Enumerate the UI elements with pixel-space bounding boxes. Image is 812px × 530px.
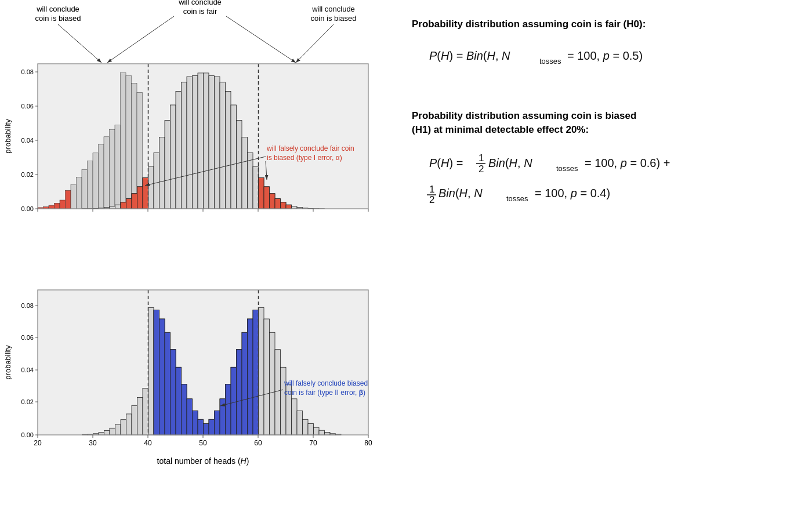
svg-text:P(H) =: P(H) = (429, 157, 463, 169)
svg-rect-85 (281, 202, 287, 209)
svg-text:0.04: 0.04 (21, 366, 34, 373)
svg-rect-114 (148, 308, 154, 435)
svg-text:0.08: 0.08 (21, 68, 34, 75)
svg-rect-162 (226, 384, 231, 435)
svg-rect-134 (259, 308, 264, 435)
svg-rect-142 (303, 419, 309, 435)
svg-rect-84 (275, 199, 281, 209)
svg-rect-145 (319, 430, 325, 435)
svg-text:0.00: 0.00 (21, 205, 34, 212)
svg-rect-37 (110, 206, 115, 209)
svg-line-7 (296, 24, 334, 63)
svg-rect-113 (143, 389, 148, 435)
svg-rect-24 (121, 72, 126, 209)
y-label-chart2: probability (3, 345, 12, 380)
svg-text:0.08: 0.08 (21, 302, 34, 309)
svg-rect-63 (253, 166, 259, 209)
svg-text:2: 2 (478, 164, 484, 175)
svg-rect-26 (132, 83, 137, 209)
svg-rect-82 (264, 187, 270, 209)
svg-text:Bin(H, N: Bin(H, N (438, 187, 483, 199)
svg-rect-18 (88, 161, 93, 209)
svg-rect-141 (297, 411, 303, 435)
svg-text:tosses: tosses (506, 194, 528, 203)
svg-text:0.06: 0.06 (21, 103, 34, 110)
svg-rect-52 (193, 76, 198, 209)
h1-title: Probability distribution assuming coin i… (412, 109, 800, 137)
svg-rect-108 (115, 424, 121, 435)
svg-rect-16 (77, 177, 82, 209)
svg-text:70: 70 (309, 439, 317, 447)
svg-rect-101 (38, 290, 368, 435)
svg-rect-76 (121, 202, 126, 209)
svg-rect-81 (259, 177, 264, 209)
y-label-chart1: probability (3, 119, 12, 154)
svg-rect-59 (231, 105, 237, 209)
svg-rect-15 (71, 184, 77, 209)
svg-text:60: 60 (254, 439, 262, 447)
svg-rect-151 (165, 332, 171, 435)
svg-line-2 (58, 24, 102, 63)
svg-rect-157 (198, 419, 204, 435)
svg-text:= 100, p = 0.4): = 100, p = 0.4) (535, 187, 610, 199)
svg-rect-61 (242, 137, 248, 209)
svg-rect-14 (66, 190, 71, 209)
svg-rect-17 (82, 169, 88, 209)
svg-rect-19 (93, 153, 99, 209)
svg-rect-153 (176, 367, 182, 435)
svg-rect-160 (215, 411, 220, 435)
svg-rect-154 (182, 384, 187, 435)
svg-rect-106 (104, 431, 110, 435)
svg-rect-77 (126, 199, 132, 209)
svg-rect-144 (314, 427, 320, 435)
svg-text:0.02: 0.02 (21, 171, 34, 178)
svg-rect-57 (220, 82, 226, 209)
svg-text:P(H) = Bin(H, N: P(H) = Bin(H, N (429, 49, 510, 62)
svg-rect-156 (193, 411, 198, 435)
svg-rect-152 (171, 350, 176, 435)
svg-rect-54 (204, 73, 209, 209)
svg-rect-60 (237, 121, 242, 209)
svg-rect-47 (165, 121, 171, 209)
svg-rect-146 (325, 433, 331, 435)
svg-text:0.02: 0.02 (21, 398, 34, 405)
svg-text:= 100, p = 0.5): = 100, p = 0.5) (567, 49, 643, 62)
svg-rect-70 (292, 206, 298, 209)
svg-rect-48 (171, 105, 176, 209)
h0-formula: P(H) = Bin(H, N tosses = 100, p = 0.5) (423, 39, 800, 75)
svg-rect-109 (121, 420, 126, 435)
svg-rect-163 (231, 367, 237, 435)
svg-rect-25 (126, 75, 132, 209)
svg-rect-20 (99, 144, 104, 209)
svg-rect-58 (226, 91, 231, 209)
svg-rect-56 (215, 77, 220, 209)
annotation-biased-left: will conclude (36, 5, 79, 13)
svg-text:coin is biased: coin is biased (311, 14, 357, 23)
svg-rect-80 (143, 177, 148, 209)
svg-rect-150 (160, 319, 165, 435)
svg-rect-143 (308, 424, 314, 435)
svg-rect-46 (160, 137, 165, 209)
svg-rect-138 (281, 367, 287, 435)
h0-title: Probability distribution assuming coin i… (412, 17, 800, 31)
svg-rect-107 (110, 428, 115, 435)
svg-rect-149 (154, 310, 160, 435)
svg-rect-62 (248, 153, 253, 209)
svg-rect-165 (242, 332, 248, 435)
svg-text:= 100, p = 0.6) +: = 100, p = 0.6) + (585, 157, 670, 169)
right-panel: Probability distribution assuming coin i… (394, 0, 812, 221)
svg-text:coin is fair (type II error, β: coin is fair (type II error, β) (284, 389, 365, 397)
svg-rect-135 (264, 319, 270, 435)
svg-rect-111 (132, 405, 137, 435)
svg-text:80: 80 (364, 439, 372, 447)
type2-error-label: will falsely conclude biased (284, 379, 368, 387)
svg-text:coin is biased: coin is biased (35, 14, 81, 23)
svg-rect-136 (270, 332, 276, 435)
h0-section: Probability distribution assuming coin i… (412, 17, 800, 74)
svg-text:tosses: tosses (539, 57, 561, 66)
svg-text:20: 20 (34, 439, 42, 447)
svg-rect-110 (126, 414, 132, 435)
svg-rect-55 (209, 76, 215, 209)
svg-rect-161 (220, 399, 226, 435)
annotation-fair: will conclude (178, 0, 222, 6)
